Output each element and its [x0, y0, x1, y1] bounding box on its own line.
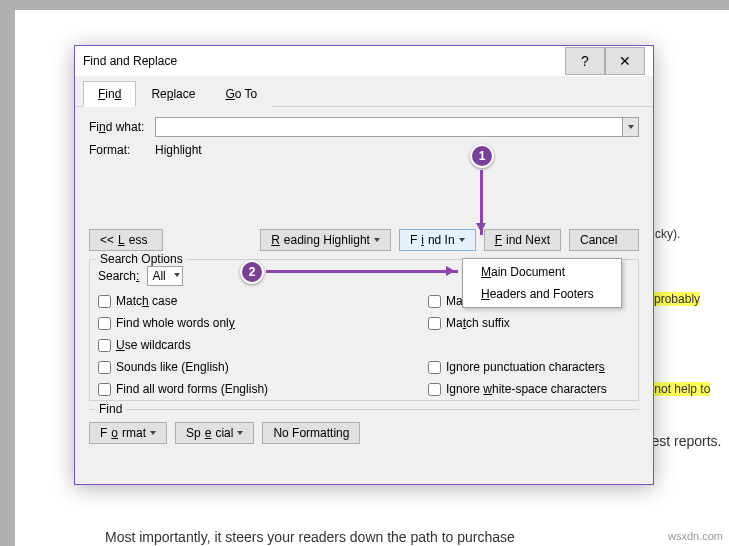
bg-text-bottom: Most importantly, it steers your readers…	[105, 526, 515, 546]
ignore-space-checkbox[interactable]: Ignore white-space characters	[428, 380, 630, 398]
menu-headers-footers[interactable]: Headers and Footers	[463, 283, 621, 305]
chevron-down-icon	[628, 125, 634, 132]
find-what-label: Find what:	[89, 120, 155, 134]
format-value: Highlight	[155, 143, 202, 157]
find-legend: Find	[95, 402, 126, 416]
whole-words-checkbox[interactable]: Find whole words only	[98, 314, 300, 332]
search-direction-select[interactable]: All	[147, 266, 182, 286]
tab-goto[interactable]: Go To	[210, 81, 272, 107]
find-in-button[interactable]: Find In	[399, 229, 476, 251]
search-direction-label: Search:	[98, 269, 139, 283]
callout-1: 1	[470, 144, 494, 168]
find-form: Find what: Format: Highlight	[75, 107, 653, 169]
find-next-button[interactable]: Find Next	[484, 229, 561, 251]
special-button[interactable]: Special	[175, 422, 254, 444]
search-options-legend: Search Options	[96, 252, 187, 266]
dialog-titlebar[interactable]: Find and Replace ? ✕	[75, 46, 653, 76]
dialog-tabs: Find Replace Go To	[75, 76, 653, 107]
watermark: wsxdn.com	[668, 530, 723, 542]
tab-replace[interactable]: Replace	[136, 81, 210, 107]
chevron-down-icon	[459, 238, 465, 245]
format-button[interactable]: Format	[89, 422, 167, 444]
dialog-title: Find and Replace	[83, 54, 565, 68]
chevron-down-icon	[237, 431, 243, 438]
less-button[interactable]: << Less	[89, 229, 163, 251]
find-what-input[interactable]	[155, 117, 639, 137]
chevron-down-icon	[150, 431, 156, 438]
find-actions-group: Find Format Special No Formatting	[89, 409, 639, 444]
wildcards-checkbox[interactable]: Use wildcards	[98, 336, 300, 354]
tab-find[interactable]: Find	[83, 81, 136, 107]
find-in-menu: Main Document Headers and Footers	[462, 258, 622, 308]
chevron-down-icon	[374, 238, 380, 245]
help-button[interactable]: ?	[565, 47, 605, 75]
close-button[interactable]: ✕	[605, 47, 645, 75]
callout-arrow-2	[266, 270, 458, 273]
word-forms-checkbox[interactable]: Find all word forms (English)	[98, 380, 300, 398]
match-suffix-checkbox[interactable]: Match suffix	[428, 314, 630, 332]
find-what-dropdown-icon[interactable]	[622, 118, 638, 136]
chevron-down-icon	[174, 269, 180, 283]
match-case-checkbox[interactable]: Match case	[98, 292, 300, 310]
sounds-like-checkbox[interactable]: Sounds like (English)	[98, 358, 300, 376]
format-label: Format:	[89, 143, 155, 157]
callout-arrow-1	[480, 170, 483, 235]
ignore-punct-checkbox[interactable]: Ignore punctuation characters	[428, 358, 630, 376]
menu-main-document[interactable]: Main Document	[463, 261, 621, 283]
reading-highlight-button[interactable]: Reading Highlight	[260, 229, 391, 251]
callout-2: 2	[240, 260, 264, 284]
cancel-button[interactable]: Cancel	[569, 229, 639, 251]
no-formatting-button[interactable]: No Formatting	[262, 422, 360, 444]
